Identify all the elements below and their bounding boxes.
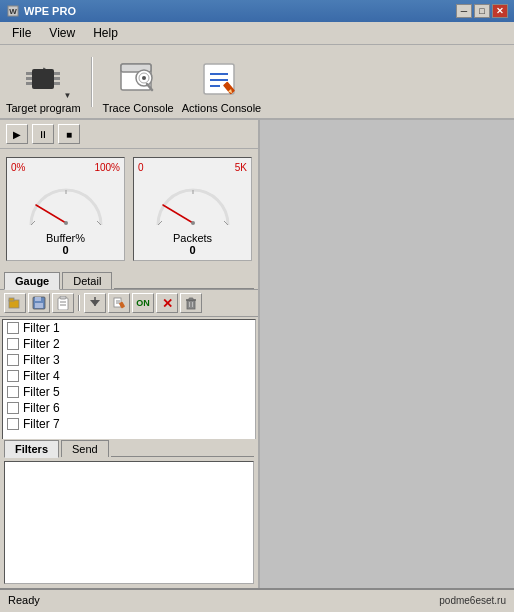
actions-console-icon (197, 58, 245, 100)
trace-console-button[interactable]: Trace Console (103, 58, 174, 114)
filter-checkbox[interactable] (7, 418, 19, 430)
menu-bar: File View Help (0, 22, 514, 45)
play-icon: ▶ (13, 129, 21, 140)
menu-help[interactable]: Help (85, 24, 126, 42)
tab-filters[interactable]: Filters (4, 440, 59, 458)
filter-label: Filter 1 (23, 321, 60, 335)
gauges-area: 0% 100% Buffer% 0 (0, 149, 258, 269)
open-button[interactable] (4, 293, 26, 313)
list-item[interactable]: Filter 5 (3, 384, 255, 400)
tab-detail[interactable]: Detail (62, 272, 112, 289)
pause-icon: ⏸ (38, 129, 48, 140)
tab-gauge[interactable]: Gauge (4, 272, 60, 290)
main-toolbar: ▼ Target program Trace Console (0, 45, 514, 120)
packets-min-label: 0 (138, 162, 144, 173)
toolbar2-sep-1 (78, 295, 80, 311)
svg-rect-2 (32, 69, 54, 89)
target-program-label: Target program (6, 102, 81, 114)
svg-rect-5 (26, 82, 32, 85)
delete-button[interactable]: ✕ (156, 293, 178, 313)
trash-icon (184, 296, 198, 310)
right-panel (260, 120, 514, 588)
target-program-icon (19, 58, 67, 100)
filter-checkbox[interactable] (7, 402, 19, 414)
toolbar2: ON ✕ (0, 289, 258, 317)
filter-list[interactable]: Filter 1Filter 2Filter 3Filter 4Filter 5… (2, 319, 256, 439)
svg-line-29 (163, 205, 193, 223)
filter-checkbox[interactable] (7, 338, 19, 350)
svg-rect-46 (187, 300, 195, 309)
tab-send[interactable]: Send (61, 440, 109, 457)
buffer-gauge: 0% 100% Buffer% 0 (6, 157, 125, 261)
minimize-button[interactable]: ─ (456, 4, 472, 18)
edit-button[interactable] (108, 293, 130, 313)
svg-rect-48 (189, 298, 193, 300)
list-item[interactable]: Filter 3 (3, 352, 255, 368)
tab-bar-1: Gauge Detail (0, 271, 258, 289)
list-item[interactable]: Filter 7 (3, 416, 255, 432)
bottom-panel (4, 461, 254, 585)
maximize-button[interactable]: □ (474, 4, 490, 18)
left-panel: ▶ ⏸ ■ 0% 100% (0, 120, 260, 588)
svg-rect-37 (60, 296, 66, 299)
filter-checkbox[interactable] (7, 322, 19, 334)
svg-rect-4 (26, 77, 32, 80)
buffer-gauge-labels: 0% 100% (11, 162, 120, 173)
svg-point-25 (64, 221, 68, 225)
tab-line-2 (111, 456, 254, 457)
buffer-min-label: 0% (11, 162, 25, 173)
trash-button[interactable] (180, 293, 202, 313)
filter-label: Filter 4 (23, 369, 60, 383)
filter-list-container: Filter 1Filter 2Filter 3Filter 4Filter 5… (0, 317, 258, 439)
filter-checkbox[interactable] (7, 386, 19, 398)
buffer-gauge-value: 0 (62, 244, 68, 256)
app-icon: W (6, 4, 20, 18)
svg-rect-35 (35, 303, 43, 308)
list-item[interactable]: Filter 1 (3, 320, 255, 336)
main-area: ▶ ⏸ ■ 0% 100% (0, 120, 514, 588)
toolbar-separator-1 (91, 57, 93, 107)
clipboard-icon (56, 296, 70, 310)
play-button[interactable]: ▶ (6, 124, 28, 144)
save-icon (32, 296, 46, 310)
actions-console-button[interactable]: Actions Console (182, 58, 262, 114)
actions-console-label: Actions Console (182, 102, 262, 114)
save-button[interactable] (28, 293, 50, 313)
svg-rect-36 (58, 298, 68, 310)
filter-checkbox[interactable] (7, 370, 19, 382)
svg-rect-32 (9, 298, 14, 301)
packets-max-label: 5K (235, 162, 247, 173)
svg-rect-34 (35, 297, 41, 301)
svg-rect-8 (54, 82, 60, 85)
filter-label: Filter 3 (23, 353, 60, 367)
menu-file[interactable]: File (4, 24, 39, 42)
status-text: Ready (8, 594, 40, 606)
svg-rect-7 (54, 77, 60, 80)
title-bar: W WPE PRO ─ □ ✕ (0, 0, 514, 22)
filter-checkbox[interactable] (7, 354, 19, 366)
buffer-gauge-svg (21, 175, 111, 230)
filter-label: Filter 6 (23, 401, 60, 415)
close-button[interactable]: ✕ (492, 4, 508, 18)
target-program-button[interactable]: ▼ Target program (6, 58, 81, 114)
receive-button[interactable] (84, 293, 106, 313)
trace-console-label: Trace Console (103, 102, 174, 114)
status-right-text: podme6eset.ru (439, 595, 506, 606)
clipboard-button[interactable] (52, 293, 74, 313)
on-button[interactable]: ON (132, 293, 154, 313)
list-item[interactable]: Filter 6 (3, 400, 255, 416)
tab-bar-2: Filters Send (0, 439, 258, 457)
svg-text:W: W (9, 7, 17, 16)
filter-label: Filter 5 (23, 385, 60, 399)
on-label: ON (136, 298, 150, 308)
stop-button[interactable]: ■ (58, 124, 80, 144)
packets-gauge-value: 0 (189, 244, 195, 256)
filter-label: Filter 7 (23, 417, 60, 431)
packets-gauge: 0 5K Packets 0 (133, 157, 252, 261)
list-item[interactable]: Filter 4 (3, 368, 255, 384)
list-item[interactable]: Filter 2 (3, 336, 255, 352)
packets-gauge-title: Packets (173, 232, 212, 244)
menu-view[interactable]: View (41, 24, 83, 42)
open-icon (8, 296, 22, 310)
pause-button[interactable]: ⏸ (32, 124, 54, 144)
